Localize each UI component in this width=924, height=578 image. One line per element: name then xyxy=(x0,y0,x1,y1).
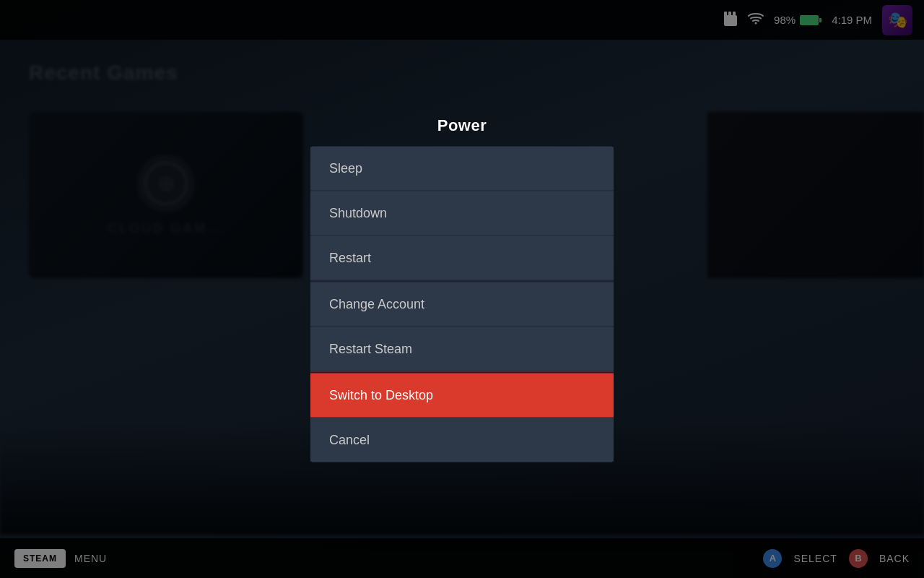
menu-item-sleep-label: Sleep xyxy=(329,161,362,176)
power-dialog-title: Power xyxy=(437,116,487,135)
power-dialog: Power Sleep Shutdown Restart Change Acco… xyxy=(310,116,614,462)
menu-item-restart-steam[interactable]: Restart Steam xyxy=(310,327,614,372)
menu-item-cancel[interactable]: Cancel xyxy=(310,418,614,462)
menu-item-cancel-label: Cancel xyxy=(329,433,370,448)
menu-item-sleep[interactable]: Sleep xyxy=(310,147,614,191)
menu-item-change-account-label: Change Account xyxy=(329,297,424,312)
menu-item-shutdown-label: Shutdown xyxy=(329,206,387,221)
menu-item-restart-steam-label: Restart Steam xyxy=(329,342,412,357)
menu-item-switch-desktop[interactable]: Switch to Desktop xyxy=(310,372,614,418)
menu-item-change-account[interactable]: Change Account xyxy=(310,281,614,327)
menu-item-shutdown[interactable]: Shutdown xyxy=(310,191,614,236)
menu-item-restart-label: Restart xyxy=(329,251,371,266)
power-menu: Sleep Shutdown Restart Change Account Re… xyxy=(310,147,614,462)
menu-item-restart[interactable]: Restart xyxy=(310,236,614,281)
menu-item-switch-desktop-label: Switch to Desktop xyxy=(329,388,433,403)
